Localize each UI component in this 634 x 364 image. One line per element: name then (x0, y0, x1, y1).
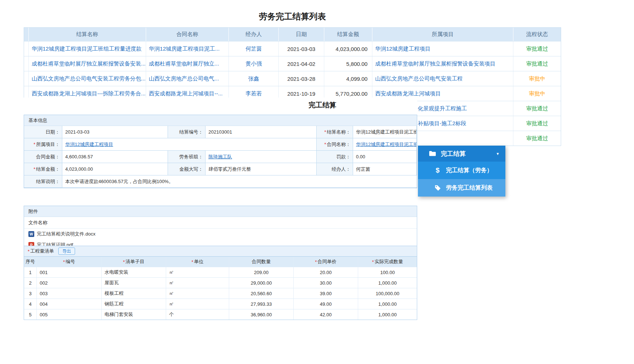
status-badge: 审批中 (513, 86, 561, 101)
contract-name-cell: 山西弘文房地产总公司电气... (146, 71, 229, 86)
boq-table-header: 序号 *编号 *清单子目 *单位 合同数量 *合同单价 *实际完成数量 (24, 257, 417, 267)
contract-amount-value: 4,600,036.57 (62, 151, 168, 163)
status-badge: 审批通过 (513, 56, 561, 71)
settlement-amount-value: 4,023,000.00 (62, 163, 168, 175)
project-link[interactable]: 西安成都路龙湖上河城项目 (375, 90, 441, 97)
attachment-file-name: 完工结算相关说明文件.docx (37, 231, 95, 237)
basic-info-section: 基本信息 日期： 2021-03-03 结算编号： 202103001 *结算名… (24, 115, 417, 188)
status-badge: 审批中 (513, 71, 561, 86)
note-label: 结算说明： (24, 175, 62, 188)
basic-info-header: 基本信息 (24, 115, 417, 126)
labor-team-value: 陈琦施工队 (206, 151, 317, 163)
col-contract-name: 合同名称 (146, 28, 229, 41)
settlement-name-link[interactable]: 山西弘文房地产总公司电气安装工程劳务分包... (32, 75, 146, 82)
status-badge: 审批通过 (513, 131, 561, 146)
list-table-header: 结算名称 合同名称 经办人 日期 结算金额 所属项目 流程状态 (24, 28, 561, 41)
menu-header[interactable]: 完工结算 ▼ (418, 146, 505, 162)
date-cell: 2021-03-03 (279, 41, 324, 56)
settlement-name-link[interactable]: 华润12城房建工程项目泥工班组工程量进度款 (32, 46, 142, 52)
settlement-name-value: 华润12城房建工程项目泥工班组工程量进度款 (353, 126, 417, 138)
labor-team-label: 劳务班组： (168, 151, 206, 163)
settlement-name-link[interactable]: 西安成都路龙湖上河城项目---拆除工程劳务合... (32, 90, 146, 97)
export-button[interactable]: 导出 (58, 248, 75, 255)
handler-cell: 何芷茵 (229, 41, 279, 56)
status-badge: 审批通过 (513, 101, 561, 116)
contract-name-link[interactable]: 成都杜甫草堂临时展厅独立... (149, 60, 219, 67)
boq-row[interactable]: 5 005 电梯门套安装 个 36,960.00 42.00 1,000.00 (24, 309, 417, 320)
note-value: 本次申请进度款4600036.57元，占合同比例100%。 (62, 175, 417, 188)
dollar-icon: $ (434, 166, 441, 174)
contract-value: 华润12城房建工程项目泥工班组工程量进度款 (353, 138, 417, 151)
boq-row[interactable]: 1 001 水电暖安装 ㎡ 209.00 20.00 100.00 (24, 267, 417, 277)
chevron-down-icon[interactable]: ▼ (496, 152, 500, 156)
contract-link[interactable]: 华润12城房建工程项目泥工班组工程量进度款 (356, 141, 417, 148)
required-marker: * (324, 129, 326, 135)
settlement-no-label: 结算编号： (168, 126, 206, 138)
handler-link[interactable]: 李若若 (246, 90, 262, 97)
side-menu: 完工结算 ▼ $ 完工结算（劳务） 劳务完工结算列表 (418, 146, 505, 197)
row-select-cell (24, 41, 29, 56)
project-link[interactable]: 山西弘文房地产总公司电气安装工程 (375, 75, 463, 82)
project-link[interactable]: 补贴项目-施工2标段 (418, 120, 466, 127)
settlement-name-label: *结算名称： (317, 126, 353, 138)
status-badge: 审批通过 (513, 41, 561, 56)
attachment-item[interactable]: W 完工结算相关说明文件.docx (24, 229, 417, 240)
penalty-label: 罚款： (317, 151, 353, 163)
detail-page-title: 完工结算 (257, 100, 388, 110)
boq-row[interactable]: 3 003 模板工程 ㎡ 20,560.60 39.00 100,000.00 (24, 288, 417, 298)
contract-amount-label: 合同金额： (24, 151, 62, 163)
amount-cell: 4,023,000.00 (324, 41, 372, 56)
attachments-header: 附件 (24, 206, 417, 217)
boq-table: 序号 *编号 *清单子目 *单位 合同数量 *合同单价 *实际完成数量 1 00… (24, 257, 417, 320)
settlement-amount-label: *结算金额： (24, 163, 62, 175)
row-select-cell (24, 71, 29, 86)
project-label: *所属项目： (24, 138, 62, 151)
required-marker: * (28, 249, 30, 254)
required-marker: * (324, 142, 326, 147)
project-link[interactable]: 华润12城房建工程项目 (375, 46, 431, 52)
menu-item-settlement-list[interactable]: 劳务完工结算列表 (418, 179, 505, 197)
settlement-name-cell: 山西弘文房地产总公司电气安装工程劳务分包... (29, 71, 146, 86)
contract-name-link[interactable]: 西安成都路龙湖上河城项目--... (149, 90, 223, 97)
project-value: 华润12城房建工程项目 (62, 138, 317, 151)
settlement-no-value: 202103001 (206, 126, 317, 138)
col-date: 日期 (279, 28, 324, 41)
date-cell: 2021-04-02 (279, 56, 324, 71)
contract-name-link[interactable]: 山西弘文房地产总公司电气... (149, 75, 219, 82)
required-marker: * (34, 166, 35, 172)
boq-header-label: 工程量清单 (30, 248, 54, 254)
page: 劳务完工结算列表 结算名称 合同名称 经办人 日期 结算金额 所属项目 流程状态… (0, 0, 634, 364)
settlement-name-link[interactable]: 成都杜甫草堂临时展厅独立展柜报警设备安装... (32, 60, 146, 67)
word-file-icon: W (28, 231, 34, 237)
boq-row[interactable]: 4 004 钢筋工程 ㎡ 27,993.33 49.00 1,000.00 (24, 298, 417, 309)
handler-link[interactable]: 黄小强 (246, 60, 262, 67)
penalty-value: 0.00 (353, 151, 417, 163)
handler-label: 经办人： (317, 163, 353, 175)
date-cell: 2021-03-28 (279, 71, 324, 86)
menu-item-label: 完工结算（劳务） (446, 167, 493, 174)
handler-cell: 黄小强 (229, 56, 279, 71)
handler-link[interactable]: 张鑫 (248, 75, 259, 82)
handler-value: 何芷茵 (353, 163, 417, 175)
table-row[interactable]: 山西弘文房地产总公司电气安装工程劳务分包... 山西弘文房地产总公司电气... … (24, 71, 561, 86)
project-cell: 华润12城房建工程项目 (372, 41, 513, 56)
handler-link[interactable]: 何芷茵 (246, 46, 262, 52)
settlement-name-cell: 成都杜甫草堂临时展厅独立展柜报警设备安装... (29, 56, 146, 71)
menu-item-settlement-labor[interactable]: $ 完工结算（劳务） (418, 162, 505, 179)
boq-row[interactable]: 2 002 屋面瓦 ㎡ 29,000.00 30.00 1,000.00 (24, 277, 417, 288)
labor-team-link[interactable]: 陈琦施工队 (208, 154, 232, 160)
date-label: 日期： (24, 126, 62, 138)
project-link[interactable]: 化景观提升工程施工 (418, 105, 467, 112)
boq-col-unit-price: *合同单价 (294, 257, 358, 267)
date-value: 2021-03-03 (62, 126, 168, 138)
contract-name-link[interactable]: 华润12城房建工程项目泥工... (149, 46, 220, 52)
table-row[interactable]: 成都杜甫草堂临时展厅独立展柜报警设备安装... 成都杜甫草堂临时展厅独立... … (24, 56, 561, 71)
boq-col-code: *编号 (37, 257, 102, 267)
list-page-title: 劳务完工结算列表 (24, 11, 561, 22)
table-row[interactable]: 华润12城房建工程项目泥工班组工程量进度款 华润12城房建工程项目泥工... 何… (24, 41, 561, 56)
col-settlement-name: 结算名称 (29, 28, 146, 41)
project-link[interactable]: 华润12城房建工程项目 (65, 141, 113, 148)
project-link[interactable]: 成都杜甫草堂临时展厅独立展柜报警设备安装项目 (375, 60, 496, 67)
select-column-header (24, 28, 29, 41)
boq-section: * 工程量清单 导出 序号 *编号 *清单子目 *单位 合同数量 *合同单价 *… (24, 246, 417, 320)
